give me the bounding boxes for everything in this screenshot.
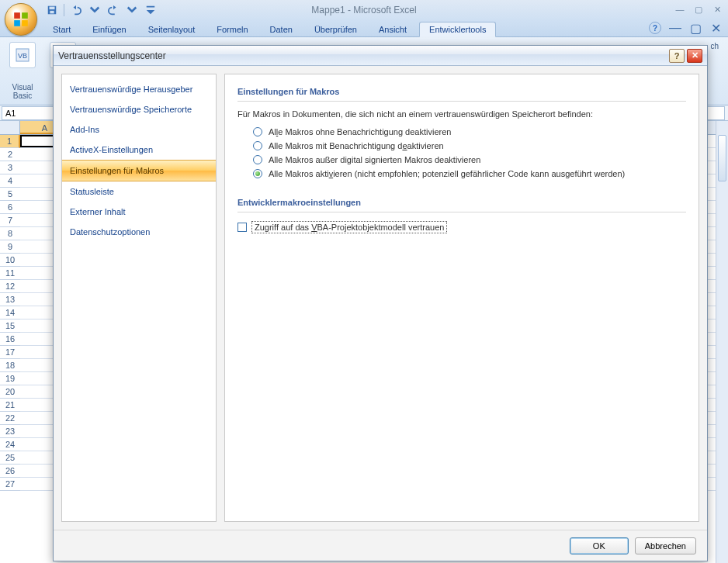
dialog-titlebar[interactable]: Vertrauensstellungscenter ? ✕ bbox=[54, 46, 707, 66]
row-header-18[interactable]: 18 bbox=[0, 359, 20, 372]
row-header-23[interactable]: 23 bbox=[0, 425, 20, 438]
close-window-button[interactable]: ✕ bbox=[711, 3, 723, 16]
trust-center-dialog: Vertrauensstellungscenter ? ✕ Vertrauens… bbox=[53, 45, 708, 561]
mdi-restore-button[interactable]: ▢ bbox=[689, 22, 702, 34]
dialog-title: Vertrauensstellungscenter bbox=[58, 50, 667, 61]
visual-basic-label: VisualBasic bbox=[12, 83, 33, 100]
window-controls: — ▢ ✕ bbox=[674, 3, 723, 16]
svg-text:VB: VB bbox=[18, 52, 27, 60]
macro-option-3[interactable]: Alle Makros aktivieren (nicht empfohlen;… bbox=[237, 167, 686, 181]
qat-customize-dropdown[interactable] bbox=[142, 2, 159, 18]
macro-option-1[interactable]: Alle Makros mit Benachrichtigung deaktiv… bbox=[237, 139, 686, 153]
macro-option-label-0: Alle Makros ohne Benachrichtigung deakti… bbox=[269, 127, 451, 136]
window-titlebar: Mappe1 - Microsoft Excel — ▢ ✕ bbox=[0, 0, 728, 20]
macro-option-label-2: Alle Makros außer digital signierten Mak… bbox=[269, 155, 480, 164]
ribbon-tab-seitenlayout[interactable]: Seitenlayout bbox=[139, 22, 205, 36]
sidebar-item-2[interactable]: Add-Ins bbox=[62, 119, 216, 140]
vertical-scrollbar[interactable] bbox=[716, 121, 728, 563]
row-header-25[interactable]: 25 bbox=[0, 451, 20, 465]
macro-option-radio-3[interactable] bbox=[253, 169, 262, 178]
scroll-thumb[interactable] bbox=[718, 135, 726, 181]
maximize-button[interactable]: ▢ bbox=[692, 3, 705, 16]
row-header-13[interactable]: 13 bbox=[0, 293, 20, 306]
row-header-3[interactable]: 3 bbox=[0, 161, 20, 174]
help-icon[interactable]: ? bbox=[649, 22, 661, 34]
sidebar-item-7[interactable]: Datenschutzoptionen bbox=[62, 222, 216, 242]
row-header-10[interactable]: 10 bbox=[0, 254, 20, 267]
macro-options-group: Alle Makros ohne Benachrichtigung deakti… bbox=[237, 125, 686, 181]
section-title-dev-macro: Entwicklermakroeinstellungen bbox=[237, 195, 686, 212]
sidebar-item-3[interactable]: ActiveX-Einstellungen bbox=[62, 140, 216, 160]
ribbon-tab-ansicht[interactable]: Ansicht bbox=[369, 22, 416, 36]
row-headers[interactable]: 1234567891011121314151617181920212223242… bbox=[0, 135, 20, 491]
ribbon-tab-einfügen[interactable]: Einfügen bbox=[83, 22, 135, 36]
row-header-21[interactable]: 21 bbox=[0, 399, 20, 412]
select-all-corner[interactable] bbox=[0, 121, 20, 135]
macro-option-radio-2[interactable] bbox=[253, 155, 262, 164]
sidebar-item-0[interactable]: Vertrauenswürdige Herausgeber bbox=[62, 79, 216, 99]
redo-dropdown[interactable] bbox=[123, 2, 140, 18]
row-header-26[interactable]: 26 bbox=[0, 465, 20, 478]
ribbon-tab-entwicklertools[interactable]: Entwicklertools bbox=[419, 22, 496, 37]
row-header-4[interactable]: 4 bbox=[0, 174, 20, 188]
dialog-footer: OK Abbrechen bbox=[54, 530, 707, 561]
row-header-11[interactable]: 11 bbox=[0, 267, 20, 280]
ribbon-tab-daten[interactable]: Daten bbox=[261, 22, 302, 36]
row-header-19[interactable]: 19 bbox=[0, 372, 20, 385]
ribbon-tab-start[interactable]: Start bbox=[43, 22, 80, 36]
sidebar-item-1[interactable]: Vertrauenswürdige Speicherorte bbox=[62, 99, 216, 119]
row-header-22[interactable]: 22 bbox=[0, 412, 20, 425]
macro-option-label-3: Alle Makros aktivieren (nicht empfohlen;… bbox=[269, 169, 625, 178]
row-header-8[interactable]: 8 bbox=[0, 227, 20, 240]
ribbon-tab-formeln[interactable]: Formeln bbox=[207, 22, 257, 36]
office-button[interactable] bbox=[5, 3, 37, 36]
undo-dropdown[interactable] bbox=[86, 2, 103, 18]
svg-rect-0 bbox=[14, 12, 20, 19]
svg-rect-2 bbox=[14, 20, 20, 26]
svg-rect-3 bbox=[22, 20, 28, 26]
svg-rect-7 bbox=[147, 6, 155, 8]
row-header-20[interactable]: 20 bbox=[0, 385, 20, 399]
row-header-14[interactable]: 14 bbox=[0, 306, 20, 319]
row-header-15[interactable]: 15 bbox=[0, 319, 20, 333]
row-header-24[interactable]: 24 bbox=[0, 438, 20, 451]
trust-vba-checkbox[interactable] bbox=[237, 223, 247, 232]
row-header-9[interactable]: 9 bbox=[0, 240, 20, 254]
sidebar-item-5[interactable]: Statusleiste bbox=[62, 181, 216, 202]
macro-option-radio-1[interactable] bbox=[253, 141, 262, 150]
mdi-close-button[interactable]: ✕ bbox=[709, 22, 722, 34]
sidebar-item-6[interactable]: Externer Inhalt bbox=[62, 202, 216, 222]
ribbon-tab-überprüfen[interactable]: Überprüfen bbox=[305, 22, 366, 36]
row-header-1[interactable]: 1 bbox=[0, 135, 20, 148]
macro-option-radio-0[interactable] bbox=[253, 127, 262, 136]
visual-basic-button[interactable]: VB bbox=[9, 42, 36, 68]
dialog-help-button[interactable]: ? bbox=[669, 49, 685, 63]
row-header-16[interactable]: 16 bbox=[0, 333, 20, 346]
sidebar-item-4[interactable]: Einstellungen für Makros bbox=[62, 160, 216, 181]
row-header-17[interactable]: 17 bbox=[0, 346, 20, 359]
cancel-button[interactable]: Abbrechen bbox=[635, 537, 696, 554]
macro-option-2[interactable]: Alle Makros außer digital signierten Mak… bbox=[237, 153, 686, 167]
macro-option-label-1: Alle Makros mit Benachrichtigung deaktiv… bbox=[269, 141, 444, 150]
row-header-12[interactable]: 12 bbox=[0, 280, 20, 293]
row-header-2[interactable]: 2 bbox=[0, 148, 20, 161]
mdi-minimize-button[interactable]: — bbox=[669, 22, 681, 34]
svg-rect-6 bbox=[50, 11, 54, 14]
ribbon-tabs: StartEinfügenSeitenlayoutFormelnDatenÜbe… bbox=[0, 20, 728, 37]
redo-button[interactable] bbox=[105, 2, 122, 18]
macro-option-0[interactable]: Alle Makros ohne Benachrichtigung deakti… bbox=[237, 125, 686, 139]
undo-button[interactable] bbox=[68, 2, 85, 18]
dialog-main-panel: Einstellungen für Makros Für Makros in D… bbox=[224, 74, 699, 522]
qat-separator bbox=[64, 4, 64, 16]
macro-settings-note: Für Makros in Dokumenten, die sich nicht… bbox=[237, 109, 686, 119]
trust-vba-label[interactable]: Zugriff auf das VBA-Projektobjektmodell … bbox=[253, 223, 445, 232]
dialog-close-button[interactable]: ✕ bbox=[687, 49, 702, 63]
row-header-7[interactable]: 7 bbox=[0, 214, 20, 227]
minimize-button[interactable]: — bbox=[674, 3, 686, 16]
row-header-5[interactable]: 5 bbox=[0, 188, 20, 201]
svg-rect-5 bbox=[50, 7, 55, 10]
row-header-6[interactable]: 6 bbox=[0, 201, 20, 214]
row-header-27[interactable]: 27 bbox=[0, 478, 20, 491]
save-button[interactable] bbox=[43, 2, 61, 18]
ok-button[interactable]: OK bbox=[570, 537, 629, 554]
